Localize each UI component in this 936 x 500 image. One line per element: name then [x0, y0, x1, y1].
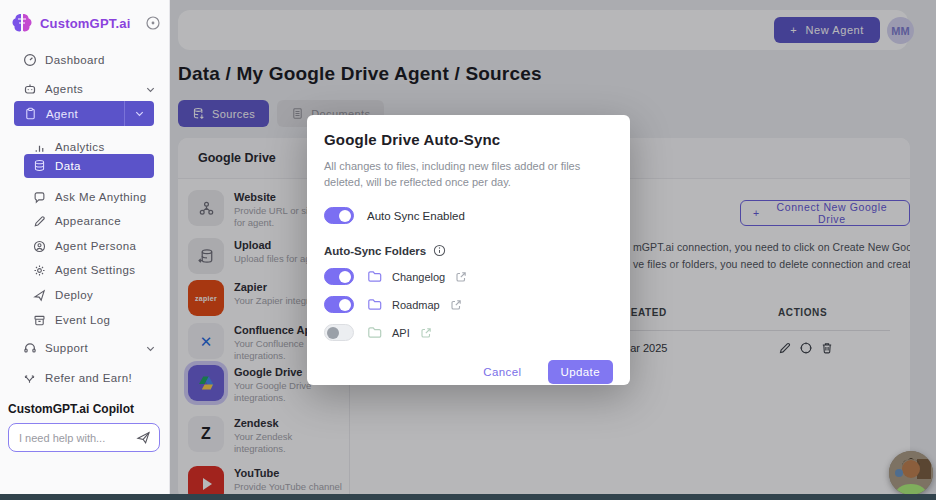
sidebar-item-agents[interactable]: Agents: [0, 78, 170, 100]
sidebar-item-label: Refer and Earn!: [45, 372, 132, 384]
cancel-button[interactable]: Cancel: [477, 365, 527, 379]
sidebar-item-data-selected[interactable]: Data: [24, 154, 154, 178]
folders-label: Auto-Sync Folders: [324, 245, 426, 257]
sidebar-item-label: Deploy: [55, 289, 93, 301]
refer-icon: [22, 371, 37, 386]
auto-sync-toggle[interactable]: [324, 207, 354, 224]
pen-icon: [32, 214, 47, 229]
window-bottom-edge: [0, 494, 936, 500]
chevron-down-icon: [145, 343, 156, 354]
sidebar-item-event-log[interactable]: Event Log: [0, 309, 170, 331]
sidebar-item-label: Ask Me Anything: [55, 191, 147, 203]
external-link-icon[interactable]: [450, 299, 462, 311]
chat-bubble-icon: [32, 190, 47, 205]
persona-icon: [32, 239, 47, 254]
deploy-icon: [32, 288, 47, 303]
headset-icon: [22, 341, 37, 356]
sidebar-item-label: Event Log: [55, 314, 110, 326]
clipboard-icon: [24, 107, 38, 121]
sidebar-item-agent-settings[interactable]: Agent Settings: [0, 259, 170, 281]
folders-label-row: Auto-Sync Folders: [324, 244, 613, 257]
copilot-label: CustomGPT.ai Copilot: [8, 402, 134, 416]
robot-icon: [22, 82, 37, 97]
external-link-icon[interactable]: [420, 327, 432, 339]
sidebar-item-agent-selected[interactable]: Agent: [14, 101, 154, 126]
sidebar-item-ask-me-anything[interactable]: Ask Me Anything: [0, 186, 170, 208]
sidebar-item-label: Dashboard: [45, 54, 105, 66]
modal-footer: Cancel Update: [324, 360, 613, 384]
send-icon[interactable]: [136, 430, 151, 445]
sidebar-item-dashboard[interactable]: Dashboard: [0, 49, 170, 71]
brain-logo-icon: [10, 11, 34, 35]
auto-sync-label: Auto Sync Enabled: [367, 210, 465, 222]
sidebar-item-label: Data: [55, 160, 81, 172]
sidebar-item-label: Agent Persona: [55, 240, 136, 252]
update-button[interactable]: Update: [548, 360, 613, 384]
sidebar-item-label: Agent: [46, 108, 78, 120]
info-icon[interactable]: [433, 244, 446, 257]
analytics-icon: [32, 140, 47, 155]
sidebar-item-label: Analytics: [55, 141, 105, 153]
folder-row-roadmap: Roadmap: [324, 296, 613, 313]
folder-toggle[interactable]: [324, 268, 354, 285]
sidebar-item-deploy[interactable]: Deploy: [0, 284, 170, 306]
copilot-input-wrap: [8, 423, 160, 452]
logo-row: CustomGPT.ai: [10, 10, 161, 36]
sidebar-item-refer-and-earn[interactable]: Refer and Earn!: [0, 367, 170, 389]
dashboard-icon: [22, 53, 37, 68]
auto-sync-toggle-row: Auto Sync Enabled: [324, 207, 613, 224]
sidebar-item-agent-persona[interactable]: Agent Persona: [0, 235, 170, 257]
sidebar-collapse-icon[interactable]: [145, 15, 161, 31]
sidebar-item-label: Support: [45, 342, 88, 354]
sidebar-item-label: Appearance: [55, 215, 121, 227]
gear-icon: [32, 263, 47, 278]
modal-title: Google Drive Auto-Sync: [324, 131, 613, 148]
folder-icon: [367, 297, 382, 312]
folder-toggle[interactable]: [324, 296, 354, 313]
sidebar-item-support[interactable]: Support: [0, 337, 170, 359]
folder-toggle[interactable]: [324, 324, 354, 341]
folder-row-api: API: [324, 324, 613, 341]
external-link-icon[interactable]: [455, 271, 467, 283]
sidebar-item-label: Agent Settings: [55, 264, 135, 276]
app-window: CustomGPT.ai Dashboard: [0, 0, 936, 500]
sidebar: CustomGPT.ai Dashboard: [0, 0, 170, 494]
support-chat-avatar[interactable]: [889, 451, 933, 495]
folder-name: Changelog: [392, 271, 445, 283]
folder-row-changelog: Changelog: [324, 268, 613, 285]
folder-icon: [367, 269, 382, 284]
agent-dropdown-chevron[interactable]: [124, 101, 154, 126]
logo-text: CustomGPT.ai: [40, 16, 131, 31]
database-icon: [33, 159, 47, 173]
archive-box-icon: [32, 313, 47, 328]
modal-description: All changes to files, including new file…: [324, 158, 596, 190]
folder-name: Roadmap: [392, 299, 440, 311]
folder-name: API: [392, 327, 410, 339]
auto-sync-modal: Google Drive Auto-Sync All changes to fi…: [307, 115, 630, 385]
chevron-down-icon: [145, 84, 156, 95]
sidebar-item-label: Agents: [45, 83, 83, 95]
copilot-input[interactable]: [17, 431, 136, 445]
folder-icon: [367, 325, 382, 340]
sidebar-item-appearance[interactable]: Appearance: [0, 210, 170, 232]
